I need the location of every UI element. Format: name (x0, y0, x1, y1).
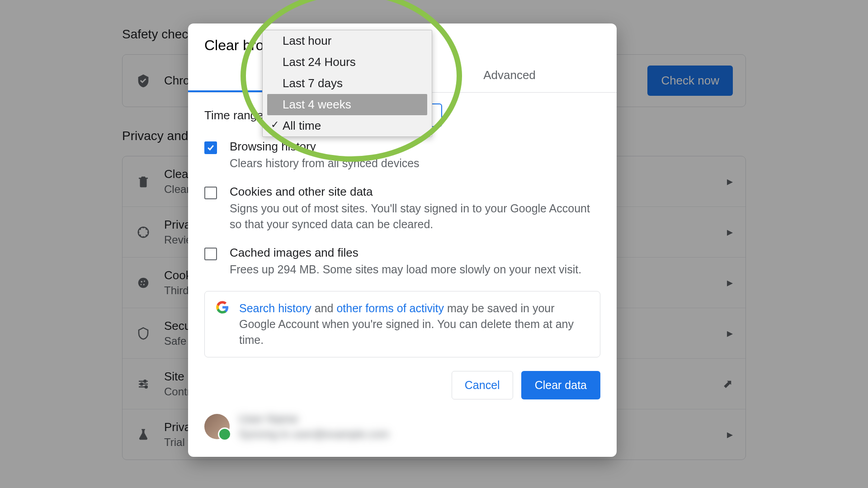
info-text: Search history and other forms of activi… (239, 300, 589, 348)
clear-data-button[interactable]: Clear data (521, 371, 600, 399)
google-account-info: Search history and other forms of activi… (204, 291, 600, 357)
dropdown-option-all-time[interactable]: All time (263, 115, 432, 136)
check-title: Cookies and other site data (230, 185, 600, 199)
dropdown-option-last-24-hours[interactable]: Last 24 Hours (263, 52, 432, 73)
check-desc: Signs you out of most sites. You'll stay… (230, 201, 600, 232)
check-desc: Frees up 294 MB. Some sites may load mor… (230, 262, 581, 277)
sync-line: Syncing to user@example.com (239, 428, 389, 441)
time-range-dropdown[interactable]: Last hour Last 24 Hours Last 7 days Last… (262, 30, 432, 137)
other-activity-link[interactable]: other forms of activity (336, 302, 444, 314)
time-range-label: Time range (204, 108, 266, 122)
avatar (204, 414, 230, 439)
search-history-link[interactable]: Search history (239, 302, 311, 314)
checkbox-cached[interactable] (204, 248, 217, 260)
option-cookies[interactable]: Cookies and other site data Signs you ou… (204, 185, 600, 232)
check-desc: Clears history from all synced devices (230, 155, 420, 171)
sync-name: User Name (239, 412, 389, 426)
option-cached[interactable]: Cached images and files Frees up 294 MB.… (204, 246, 600, 277)
dropdown-option-last-4-weeks[interactable]: Last 4 weeks (267, 94, 427, 115)
check-title: Cached images and files (230, 246, 581, 260)
dropdown-option-last-hour[interactable]: Last hour (263, 30, 432, 52)
google-g-icon (216, 300, 229, 316)
sync-account-row: User Name Syncing to user@example.com (188, 399, 617, 441)
check-title: Browsing history (230, 140, 420, 154)
dropdown-option-last-7-days[interactable]: Last 7 days (263, 73, 432, 94)
checkbox-cookies[interactable] (204, 187, 217, 199)
option-browsing-history[interactable]: Browsing history Clears history from all… (204, 140, 600, 171)
tab-advanced[interactable]: Advanced (402, 60, 617, 92)
cancel-button[interactable]: Cancel (452, 371, 513, 399)
checkbox-browsing-history[interactable] (204, 141, 217, 154)
